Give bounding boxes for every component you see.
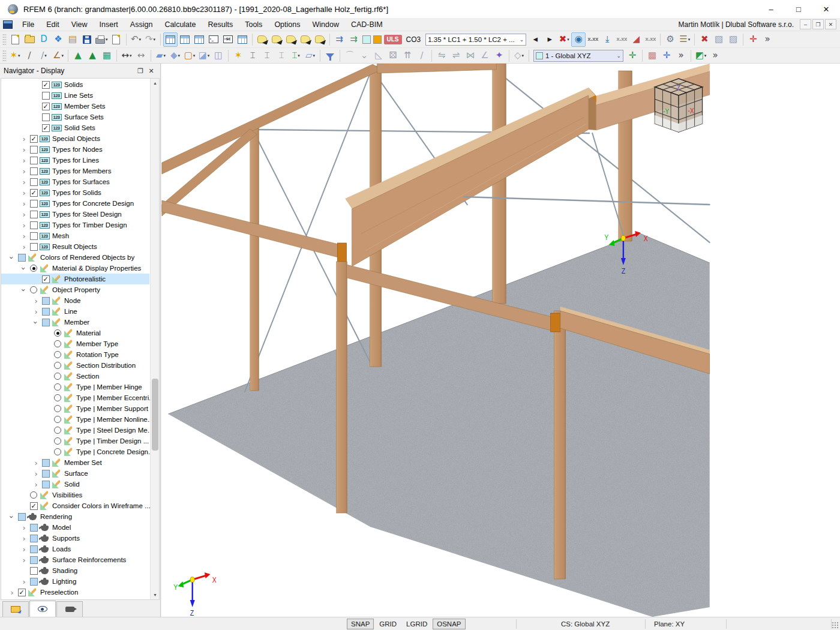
calculation-abacus-dropdown-icon[interactable]: ▾ — [688, 37, 691, 42]
transfer-loads-1-button[interactable]: ⇉ — [332, 32, 347, 47]
panel-toggle-button[interactable]: ◩▾ — [694, 49, 708, 63]
chevron-right-icon[interactable]: › — [22, 556, 25, 565]
open-model-button[interactable] — [22, 32, 37, 47]
checkbox-unchecked[interactable] — [42, 92, 50, 100]
navigator-scrollbar[interactable]: ▲ ▼ — [150, 79, 159, 599]
checkbox-partial[interactable] — [30, 545, 38, 553]
viewport-3d[interactable]: X Y Z X Y Z — [161, 64, 840, 617]
toolbar2-overflow-b-button[interactable]: » — [708, 49, 722, 63]
checkbox-checked[interactable]: ✓ — [18, 589, 26, 596]
navigator-tab-views[interactable] — [56, 601, 83, 617]
checkbox-partial[interactable] — [42, 297, 50, 305]
checkbox-partial[interactable] — [30, 535, 38, 542]
menu-tools[interactable]: Tools — [239, 18, 268, 31]
cs-axes-button[interactable]: ✛ — [625, 49, 640, 63]
tree-item-surface-sets[interactable]: 123Surface Sets — [1, 112, 149, 122]
save-with-package-button[interactable]: ▤ — [65, 32, 80, 47]
show-result-diagram-button[interactable]: ◢ — [629, 32, 643, 47]
chevron-right-icon[interactable]: › — [22, 167, 25, 176]
redo-dropdown-icon[interactable]: ▾ — [154, 37, 156, 42]
panel-toggle-dropdown-icon[interactable]: ▾ — [704, 53, 707, 58]
redo-button[interactable]: ↷▾ — [143, 32, 158, 47]
tree-item-lighting[interactable]: ›Lighting — [1, 576, 149, 587]
radio-unselected[interactable] — [54, 437, 61, 445]
dlubal-logo-button[interactable]: D — [37, 32, 51, 47]
tree-item-rotation-type[interactable]: Rotation Type — [1, 349, 149, 360]
chevron-right-icon[interactable]: › — [10, 588, 13, 597]
tree-item-solid-sets[interactable]: ✓123Solid Sets — [1, 122, 149, 133]
tree-item-member-type[interactable]: Member Type — [1, 338, 149, 349]
axes-jump-x-button[interactable]: ✛ — [746, 32, 760, 47]
checkbox-partial[interactable] — [42, 481, 50, 488]
new-surface-button[interactable]: ▰▾ — [154, 49, 168, 63]
tree-item-member[interactable]: ›Member — [1, 317, 149, 328]
show-result-values-button[interactable]: x.xx — [643, 32, 658, 47]
new-member-set-dropdown-icon[interactable]: ▾ — [313, 53, 316, 58]
toolbar-drag-handle[interactable] — [2, 34, 7, 46]
radio-unselected[interactable] — [54, 362, 61, 369]
new-member-hinge-button[interactable]: ⌶ — [245, 49, 260, 63]
new-opening-button[interactable]: ▢▾ — [182, 49, 197, 63]
new-line-button[interactable]: ∕ — [22, 49, 37, 63]
menu-results[interactable]: Results — [202, 18, 239, 31]
new-member-button[interactable]: ✶ — [231, 49, 245, 63]
tree-item-preselection[interactable]: ›✓Preselection — [1, 587, 149, 598]
new-surface-from-cut-button[interactable]: ◪▾ — [197, 49, 211, 63]
chevron-down-icon[interactable]: › — [7, 256, 16, 259]
checkbox-partial[interactable] — [42, 459, 50, 467]
table-compact-button[interactable] — [192, 32, 206, 47]
tree-item-mesh[interactable]: ›123Mesh — [1, 230, 149, 241]
chevron-right-icon[interactable]: › — [22, 134, 25, 143]
radio-unselected[interactable] — [54, 340, 61, 347]
print-dropdown-icon[interactable]: ▾ — [106, 37, 108, 42]
new-opening-dropdown-icon[interactable]: ▾ — [193, 53, 196, 58]
radio-unselected[interactable] — [54, 448, 61, 455]
tree-item-type-member-hinge[interactable]: Type | Member Hinge — [1, 382, 149, 392]
scrollbar-thumb[interactable] — [152, 379, 158, 451]
member-slope-button[interactable]: ∕ — [415, 49, 429, 63]
new-polyline-dropdown-icon[interactable]: ▾ — [61, 53, 64, 58]
radio-unselected[interactable] — [30, 491, 37, 499]
tree-item-type-timber-design[interactable]: Type | Timber Design ... — [1, 436, 149, 446]
tables-toggle-button[interactable] — [163, 32, 178, 47]
tree-item-types-for-concrete-design[interactable]: ›123Types for Concrete Design — [1, 198, 149, 209]
checkbox-partial[interactable] — [42, 308, 50, 316]
navigator-close-icon[interactable]: ✕ — [146, 67, 157, 75]
load-combination-combo-chevron-down-icon[interactable]: ⌄ — [517, 37, 524, 43]
chevron-right-icon[interactable]: › — [22, 178, 25, 187]
member-arc-button[interactable]: ⌒ — [343, 49, 357, 63]
chevron-right-icon[interactable]: › — [22, 232, 25, 241]
tree-item-consider-colors-in-wireframe[interactable]: ✓Consider Colors in Wireframe ... — [1, 500, 149, 511]
tree-item-solid[interactable]: ›Solid — [1, 479, 149, 490]
status-toggle-lgrid[interactable]: LGRID — [402, 619, 431, 629]
print-button[interactable]: ▾ — [94, 32, 109, 47]
chevron-right-icon[interactable]: › — [22, 577, 25, 586]
chevron-right-icon[interactable]: › — [34, 480, 37, 489]
tree-item-loads[interactable]: ›Loads — [1, 544, 149, 554]
select-freehand-button[interactable] — [298, 32, 313, 47]
radio-selected[interactable] — [30, 265, 37, 272]
checkbox-unchecked[interactable] — [30, 200, 38, 208]
tree-item-type-member-eccentri[interactable]: Type | Member Eccentri... — [1, 392, 149, 403]
new-table-button[interactable] — [109, 32, 124, 47]
visibility-filter-button[interactable] — [323, 49, 337, 63]
radio-unselected[interactable] — [54, 405, 61, 412]
scroll-down-icon[interactable]: ▼ — [151, 590, 160, 599]
next-load-case-button[interactable]: ▸ — [542, 32, 557, 47]
radio-selected[interactable] — [54, 329, 61, 337]
tree-item-supports[interactable]: ›Supports — [1, 533, 149, 544]
tree-item-surface-reinforcements[interactable]: ›Surface Reinforcements — [1, 554, 149, 565]
new-polyline-button[interactable]: ∠▾ — [51, 49, 65, 63]
tree-item-visibilities[interactable]: Visibilities — [1, 490, 149, 500]
tree-item-surface[interactable]: ›Surface — [1, 468, 149, 479]
crossing-members-button[interactable]: ⋈ — [463, 49, 478, 63]
show-loads-button[interactable]: ◉ — [571, 32, 586, 47]
chevron-down-icon[interactable]: › — [31, 320, 40, 323]
mdi-minimize-icon[interactable]: – — [800, 19, 811, 29]
tree-item-solids[interactable]: ✓123Solids — [1, 79, 149, 90]
dimension-xx-button[interactable]: ↔ — [134, 49, 148, 63]
chevron-right-icon[interactable]: › — [22, 188, 25, 197]
undo-dropdown-icon[interactable]: ▾ — [139, 37, 142, 42]
magic-wand-button[interactable]: ✦ — [492, 49, 506, 63]
radio-unselected[interactable] — [54, 416, 61, 423]
